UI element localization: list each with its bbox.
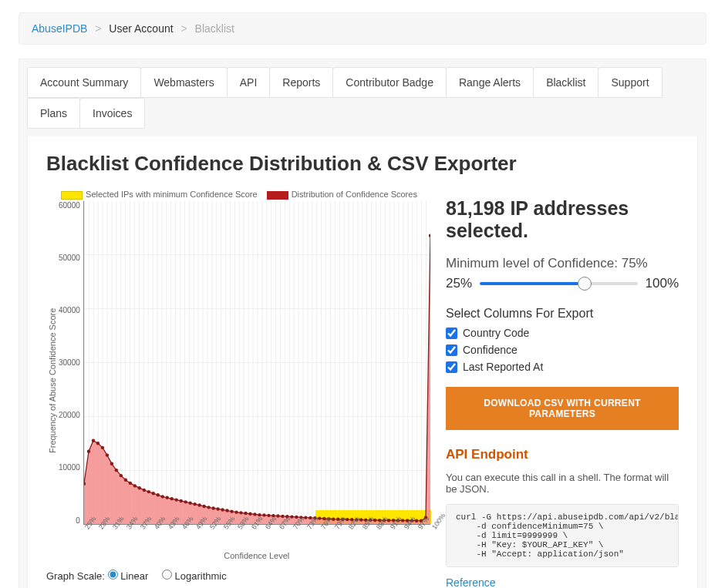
chart-area-svg (84, 201, 430, 524)
ytick: 30000 (59, 358, 80, 367)
svg-point-1 (87, 449, 90, 452)
svg-point-75 (429, 234, 430, 237)
svg-point-30 (221, 508, 224, 511)
confidence-slider[interactable] (480, 278, 637, 289)
main-panel: Account SummaryWebmastersAPIReportsContr… (19, 59, 706, 588)
slider-max-label: 100% (646, 276, 679, 291)
side-column: 81,198 IP addresses selected. Minimum le… (446, 190, 679, 588)
svg-point-25 (197, 503, 201, 506)
col-country-checkbox[interactable] (446, 328, 457, 339)
svg-point-27 (207, 506, 210, 509)
tab-plans[interactable]: Plans (27, 98, 80, 129)
svg-point-37 (253, 512, 256, 516)
ytick: 20000 (59, 411, 80, 419)
svg-point-19 (170, 497, 173, 500)
tab-api[interactable]: API (227, 67, 271, 98)
svg-point-13 (142, 488, 145, 491)
tab-webmasters[interactable]: Webmasters (140, 67, 227, 98)
slider-thumb[interactable] (578, 277, 592, 291)
svg-point-36 (248, 512, 251, 515)
chart-xaxis: 25%28%31%34%37%40%43%46%49%52%55%58%61%6… (83, 526, 430, 546)
breadcrumb: AbuseIPDB > User Account > Blacklist (19, 12, 706, 45)
tab-range-alerts[interactable]: Range Alerts (446, 67, 534, 98)
svg-point-24 (193, 502, 196, 506)
svg-point-4 (101, 445, 104, 449)
svg-point-9 (123, 478, 126, 481)
svg-point-0 (84, 482, 86, 485)
svg-point-8 (120, 474, 123, 477)
col-last-reported-checkbox[interactable] (446, 361, 457, 373)
svg-point-22 (184, 500, 187, 503)
svg-point-16 (156, 493, 159, 496)
svg-point-11 (133, 484, 136, 487)
chart-xlabel: Confidence Level (83, 551, 430, 560)
svg-point-42 (276, 514, 279, 517)
tab-reports[interactable]: Reports (269, 67, 333, 98)
col-country-row[interactable]: Country Code (446, 327, 679, 339)
scale-linear-option[interactable]: Linear (108, 570, 149, 582)
legend-yellow-label: Selected IPs with minimum Confidence Sco… (86, 190, 258, 199)
svg-point-32 (230, 509, 233, 512)
breadcrumb-user-account[interactable]: User Account (109, 22, 173, 35)
svg-point-23 (188, 501, 191, 504)
svg-point-39 (262, 513, 265, 516)
tab-support[interactable]: Support (598, 67, 662, 98)
ytick: 40000 (59, 306, 80, 314)
api-endpoint-desc: You can execute this call in a shell. Th… (446, 472, 679, 495)
svg-point-5 (106, 453, 109, 456)
tab-account-summary[interactable]: Account Summary (27, 67, 141, 98)
svg-point-17 (160, 495, 164, 498)
svg-point-31 (225, 509, 228, 512)
chart-legend: Selected IPs with minimum Confidence Sco… (46, 190, 432, 200)
svg-point-14 (147, 489, 150, 492)
tab-blacklist[interactable]: Blacklist (533, 67, 599, 98)
svg-point-7 (115, 469, 118, 472)
slider-min-label: 25% (446, 276, 472, 291)
svg-point-6 (110, 462, 113, 465)
tab-contributor-badge[interactable]: Contributor Badge (332, 67, 447, 98)
scale-log-radio[interactable] (162, 570, 172, 580)
svg-point-28 (211, 506, 214, 509)
svg-point-34 (239, 511, 242, 514)
graph-scale-label: Graph Scale: (46, 570, 105, 582)
tab-invoices[interactable]: Invoices (79, 98, 145, 129)
chart-column: Selected IPs with minimum Confidence Sco… (46, 190, 432, 588)
chart-ylabel: Frequency of Abuse Confidence Score (46, 201, 59, 560)
legend-swatch-red (267, 191, 288, 200)
col-last-reported-row[interactable]: Last Reported At (446, 361, 679, 373)
breadcrumb-sep: > (181, 22, 187, 35)
reference-link[interactable]: Reference (446, 576, 496, 588)
svg-point-33 (234, 510, 238, 513)
svg-point-26 (202, 504, 205, 507)
slider-track-fill (480, 282, 585, 285)
ytick: 60000 (59, 201, 80, 210)
legend-swatch-yellow (61, 191, 83, 200)
scale-linear-radio[interactable] (108, 570, 118, 580)
api-code-block: curl -G https://api.abuseipdb.com/api/v2… (446, 504, 679, 567)
ytick: 10000 (59, 463, 80, 472)
chart-yaxis: 6000050000400003000020000100000 (59, 201, 83, 525)
ytick: 0 (76, 516, 80, 525)
scale-log-option[interactable]: Logarithmic (162, 570, 227, 582)
legend-red-label: Distribution of Confidence Scores (292, 190, 417, 199)
breadcrumb-sep: > (95, 22, 101, 35)
chart-plot (83, 201, 430, 525)
download-csv-button[interactable]: DOWNLOAD CSV WITH CURRENT PARAMETERS (446, 387, 679, 430)
svg-point-20 (174, 498, 177, 501)
svg-point-12 (137, 486, 140, 489)
svg-point-15 (151, 492, 154, 495)
svg-point-18 (165, 496, 168, 499)
col-confidence-row[interactable]: Confidence (446, 344, 679, 356)
svg-point-21 (179, 499, 182, 502)
col-confidence-checkbox[interactable] (446, 344, 457, 356)
api-endpoint-heading: API Endpoint (446, 447, 679, 462)
svg-point-2 (92, 438, 95, 442)
graph-scale-row: Graph Scale: Linear Logarithmic (46, 570, 432, 582)
ip-count: 81,198 IP addresses selected. (446, 197, 679, 242)
select-columns-label: Select Columns For Export (446, 307, 679, 321)
svg-point-35 (244, 511, 247, 514)
breadcrumb-current: Blacklist (195, 22, 234, 35)
breadcrumb-root[interactable]: AbuseIPDB (32, 22, 87, 35)
tab-bar: Account SummaryWebmastersAPIReportsContr… (19, 59, 706, 136)
svg-point-10 (128, 481, 131, 484)
